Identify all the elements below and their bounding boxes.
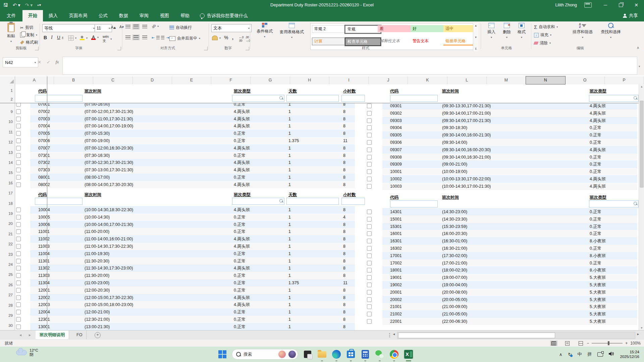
paste-button[interactable]: 粘贴 ▾ <box>3 23 19 43</box>
zoom-slider[interactable] <box>592 343 623 344</box>
tab-file[interactable]: 文件 <box>0 10 22 21</box>
row-checkbox[interactable] <box>16 324 21 329</box>
find-select-button[interactable]: 查找和选择▾ <box>598 23 623 39</box>
format-cells-button[interactable]: 格式▾ <box>514 23 529 39</box>
bold-button[interactable]: B <box>44 35 47 40</box>
row-header-2[interactable]: 2 <box>11 97 13 101</box>
borders-button[interactable]: ▾ <box>68 36 76 41</box>
accounting-format-button[interactable]: ▾ <box>212 36 221 40</box>
sheet-nav-right-icon[interactable]: ► <box>28 330 32 340</box>
tab-page-layout[interactable]: 页面布局 <box>63 10 93 21</box>
sheet-tab-fo[interactable]: FO <box>72 330 87 339</box>
row-checkbox[interactable] <box>367 133 372 137</box>
row-header-27[interactable]: 27 <box>8 293 13 297</box>
alignment-dialog-launcher[interactable] <box>204 47 208 50</box>
tab-data[interactable]: 数据 <box>113 10 134 21</box>
column-header-M[interactable]: M <box>487 76 526 84</box>
row-checkbox[interactable] <box>367 268 372 273</box>
filter-input-left_top-3[interactable] <box>341 95 365 102</box>
close-button[interactable]: ✕ <box>629 0 644 10</box>
cell-style-normal2[interactable]: 常规 2 <box>312 25 347 33</box>
font-name-combo[interactable]: 等线▾ <box>42 24 97 32</box>
gallery-scroll[interactable]: ▲▼⊻ <box>473 23 478 51</box>
format-painter-button[interactable]: 格式刷 <box>20 40 38 45</box>
zoom-in-button[interactable]: + <box>625 341 628 346</box>
cell-style-good[interactable]: 好 <box>411 25 445 32</box>
cell-style-check-cell[interactable]: 检查单元格 <box>345 38 381 46</box>
filter-input-left_bottom-2[interactable] <box>286 198 339 205</box>
decrease-decimal-button[interactable]: .00→.0 <box>246 36 250 42</box>
edge-button[interactable] <box>331 349 341 359</box>
column-header-G[interactable]: G <box>251 76 290 84</box>
share-button[interactable]: 共享 <box>623 10 638 21</box>
calculator-button[interactable] <box>360 349 370 359</box>
autosum-button[interactable]: Σ自动求和▾ <box>534 24 558 30</box>
row-checkbox[interactable] <box>367 125 372 130</box>
filter-input-right_bottom-0[interactable] <box>390 200 438 207</box>
sheet-tab-active[interactable]: 班次明细说明 <box>36 330 69 340</box>
cell-style-warning[interactable]: 警告文本 <box>411 38 445 45</box>
fx-icon[interactable]: fx <box>56 59 59 65</box>
row-header-23[interactable]: 23 <box>8 252 13 256</box>
clock[interactable]: 15:24 2025/12/16 <box>620 350 639 359</box>
volume-icon[interactable] <box>609 352 614 357</box>
row-checkbox[interactable] <box>367 111 372 116</box>
fill-color-button[interactable]: ▾ <box>80 36 88 40</box>
name-box[interactable]: N42▾ <box>3 57 38 67</box>
excel-taskbar-button[interactable] <box>404 349 414 359</box>
fill-button[interactable]: ↓填充▾ <box>534 32 551 38</box>
weather-widget[interactable]: 12°C阴 <box>16 348 38 357</box>
tab-insert[interactable]: 插入 <box>43 10 63 21</box>
row-header-24[interactable]: 24 <box>8 262 13 266</box>
row-checkbox[interactable] <box>367 224 372 229</box>
row-checkbox[interactable] <box>367 312 372 316</box>
row-checkbox[interactable] <box>367 140 372 145</box>
row-header-20[interactable]: 20 <box>8 222 13 226</box>
user-name[interactable]: Lilith Zhong <box>555 3 577 7</box>
start-button[interactable] <box>217 349 227 359</box>
file-explorer-button[interactable] <box>317 349 327 359</box>
tab-formulas[interactable]: 公式 <box>93 10 113 21</box>
cell-style-calculation[interactable]: 计算 <box>312 38 347 45</box>
row-header-26[interactable]: 26 <box>8 283 13 287</box>
filter-input-left_top-2[interactable] <box>286 95 339 102</box>
ribbon-display-options-icon[interactable] <box>584 2 592 8</box>
row-checkbox[interactable] <box>367 297 372 302</box>
orientation-button[interactable]: ab▾ <box>152 24 159 28</box>
vertical-scrollbar-thumb[interactable] <box>640 101 644 188</box>
row-checkbox[interactable] <box>367 147 372 152</box>
row-checkbox[interactable] <box>367 155 372 160</box>
filter-input-left_top-0[interactable] <box>35 95 83 102</box>
column-header-K[interactable]: K <box>408 76 447 84</box>
row-header-9[interactable]: 9 <box>11 110 13 114</box>
format-as-table-button[interactable]: 套用表格格式▾ <box>278 23 305 39</box>
row-checkbox[interactable] <box>367 239 372 243</box>
wechat-button[interactable] <box>375 349 385 359</box>
display-icon[interactable] <box>597 352 603 357</box>
row-checkbox[interactable] <box>367 169 372 174</box>
align-center-button[interactable] <box>133 36 139 39</box>
comma-style-button[interactable]: , <box>232 35 233 40</box>
filter-input-left_bottom-3[interactable] <box>341 198 365 205</box>
row-checkbox[interactable] <box>367 184 372 189</box>
column-header-N[interactable]: N <box>526 76 565 84</box>
column-header-O[interactable]: O <box>566 76 605 84</box>
copy-button[interactable]: 复制▾ <box>20 32 37 38</box>
column-header-P[interactable]: P <box>605 76 644 84</box>
row-header-22[interactable]: 22 <box>8 242 13 246</box>
delete-cells-button[interactable]: 删除▾ <box>499 23 514 39</box>
page-layout-view-button[interactable] <box>564 341 571 346</box>
underline-button[interactable]: U ▾ <box>57 35 63 40</box>
hscroll-right-icon[interactable]: ► <box>637 333 640 336</box>
cut-button[interactable]: ✂剪切 <box>20 25 33 31</box>
normal-view-button[interactable] <box>550 341 557 346</box>
row-checkbox[interactable] <box>367 118 372 123</box>
cell-style-normal[interactable]: 常规 <box>345 25 381 34</box>
phonetic-guide-button[interactable]: wén文 ▾ <box>103 35 112 43</box>
row-checkbox[interactable] <box>367 104 372 108</box>
column-header-I[interactable]: I <box>329 76 369 84</box>
row-header-29[interactable]: 29 <box>8 313 13 317</box>
align-top-button[interactable] <box>125 25 130 28</box>
tab-help[interactable]: 帮助 <box>175 10 195 21</box>
row-header-11[interactable]: 11 <box>9 130 13 134</box>
